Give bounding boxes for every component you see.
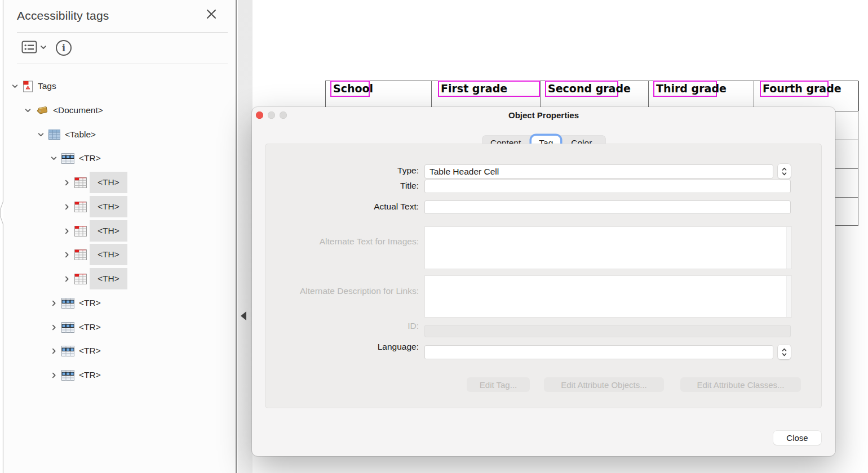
chevron-right-icon[interactable] xyxy=(61,179,72,186)
actual-text-label: Actual Text: xyxy=(272,202,419,212)
chevron-down-icon[interactable] xyxy=(22,107,33,114)
tree-item-label[interactable]: <Table> xyxy=(63,130,98,140)
tag-highlight-box: First grade xyxy=(438,81,540,97)
chevron-right-icon[interactable] xyxy=(61,251,72,258)
scrollbar-track xyxy=(786,276,791,317)
tag-options-button[interactable] xyxy=(21,41,47,54)
language-label: Language: xyxy=(272,342,419,352)
tag-highlight-box: Third grade xyxy=(653,81,717,97)
tree-item-label[interactable]: <TR> xyxy=(77,298,103,308)
tree-item-label[interactable]: Tags xyxy=(36,81,58,91)
tree-item-label[interactable]: <TR> xyxy=(77,153,103,163)
collapse-panel-arrow-icon[interactable] xyxy=(241,311,246,320)
alt-text-images-textarea xyxy=(424,226,792,269)
left-panel-rail xyxy=(0,0,6,473)
chevron-right-icon[interactable] xyxy=(61,203,72,211)
table-icon xyxy=(48,130,60,140)
edit-tag-button: Edit Tag... xyxy=(467,377,530,392)
info-icon: i xyxy=(55,39,72,56)
table-header-icon xyxy=(74,249,87,260)
close-dialog-button[interactable]: Close xyxy=(773,431,821,445)
tree-item-label[interactable]: <TR> xyxy=(77,346,103,356)
table-header-text: School xyxy=(331,82,373,95)
tag-highlight-box: Second grade xyxy=(545,81,618,97)
alt-desc-links-textarea xyxy=(424,275,792,318)
tree-item-tags[interactable]: Tags xyxy=(3,74,236,98)
app-window: Accessibility tags i xyxy=(0,0,868,473)
chevron-down-icon xyxy=(40,45,47,50)
tree-item-label[interactable]: <TH> xyxy=(90,268,127,289)
stepper-arrows-icon xyxy=(782,348,787,356)
tree-item-th[interactable]: <TH> xyxy=(3,195,236,218)
tag-highlight-box: Fourth grade xyxy=(760,81,829,97)
id-input xyxy=(424,325,791,337)
title-label: Title: xyxy=(272,181,419,191)
chevron-right-icon[interactable] xyxy=(61,275,72,283)
language-stepper[interactable] xyxy=(778,345,791,359)
tree-item-tr[interactable]: <TR> xyxy=(3,339,236,363)
info-button[interactable]: i xyxy=(55,39,72,56)
tree-item-label[interactable]: <TH> xyxy=(90,172,127,193)
alt-text-images-label: Alternate Text for Images: xyxy=(272,236,419,247)
table-row-icon xyxy=(61,322,74,333)
scrollbar-track xyxy=(786,227,791,269)
language-input[interactable] xyxy=(424,345,773,359)
type-input[interactable] xyxy=(424,164,773,179)
tree-item-tr[interactable]: <TR> xyxy=(3,291,236,315)
accessibility-tags-panel: Accessibility tags i xyxy=(3,0,237,473)
table-header-text: Fourth grade xyxy=(761,82,842,95)
close-icon xyxy=(205,8,218,20)
tree-item-label[interactable]: <TH> xyxy=(90,244,127,265)
dialog-title: Object Properties xyxy=(252,110,835,120)
edit-attribute-objects-button: Edit Attribute Objects... xyxy=(544,377,664,392)
tree-item-th[interactable]: <TH> xyxy=(3,171,236,194)
tree-item-label[interactable]: <TR> xyxy=(77,370,103,380)
tree-item-table[interactable]: <Table> xyxy=(3,123,236,146)
tree-item-label[interactable]: <TH> xyxy=(90,196,127,217)
table-row-icon xyxy=(61,153,74,164)
chevron-down-icon[interactable] xyxy=(35,131,46,139)
table-header-icon xyxy=(74,202,87,212)
divider xyxy=(17,64,228,64)
tag-options-icon xyxy=(21,41,37,54)
tree-item-th[interactable]: <TH> xyxy=(3,267,236,291)
table-header-text: First grade xyxy=(439,82,507,95)
chevron-right-icon[interactable] xyxy=(48,324,59,331)
tag-highlight-box: School xyxy=(330,81,370,97)
tree-item-tr[interactable]: <TR> xyxy=(3,146,236,170)
tree-item-tr[interactable]: <TR> xyxy=(3,363,236,387)
tree-item-label[interactable]: <TR> xyxy=(77,322,103,332)
chevron-down-icon[interactable] xyxy=(48,155,59,162)
panel-edge-notch xyxy=(0,0,6,473)
chevron-right-icon[interactable] xyxy=(48,347,59,355)
chevron-right-icon[interactable] xyxy=(48,300,59,307)
tree-item-label[interactable]: <Document> xyxy=(51,105,105,115)
close-panel-button[interactable] xyxy=(205,8,221,24)
type-label: Type: xyxy=(272,166,419,176)
tree-item-th[interactable]: <TH> xyxy=(3,219,236,243)
table-header-icon xyxy=(74,274,87,284)
stepper-arrows-icon xyxy=(782,167,787,176)
divider xyxy=(17,32,228,33)
chevron-right-icon[interactable] xyxy=(48,372,59,379)
id-label: ID: xyxy=(272,321,419,331)
chevron-right-icon[interactable] xyxy=(61,227,72,235)
table-row-icon xyxy=(61,346,74,356)
title-input[interactable] xyxy=(424,180,791,193)
table-header-icon xyxy=(74,177,87,188)
tree-item-tr[interactable]: <TR> xyxy=(3,315,236,339)
panel-gutter xyxy=(238,0,253,473)
svg-text:i: i xyxy=(62,43,65,53)
tree-item-th[interactable]: <TH> xyxy=(3,243,236,266)
chevron-down-icon[interactable] xyxy=(9,83,20,90)
tree-item-label[interactable]: <TH> xyxy=(90,220,127,242)
tree-item-document[interactable]: <Document> xyxy=(3,99,236,122)
type-stepper[interactable] xyxy=(778,164,791,179)
table-row-icon xyxy=(61,370,74,381)
panel-title: Accessibility tags xyxy=(17,9,109,23)
pdf-icon xyxy=(23,81,33,92)
actual-text-input[interactable] xyxy=(424,200,791,214)
table-header-text: Second grade xyxy=(546,82,631,95)
object-properties-dialog: Object Properties Content Tag Color Type… xyxy=(252,107,835,456)
table-header-text: Third grade xyxy=(654,82,727,95)
